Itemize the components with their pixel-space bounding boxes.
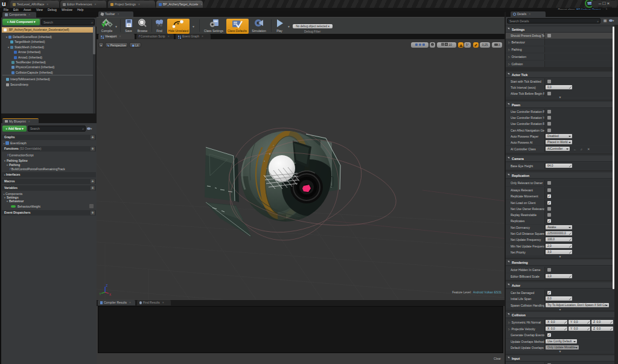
svg-text:Y: Y — [100, 293, 101, 296]
svg-text:Z: Z — [106, 284, 108, 287]
svg-text:X: X — [109, 293, 111, 296]
